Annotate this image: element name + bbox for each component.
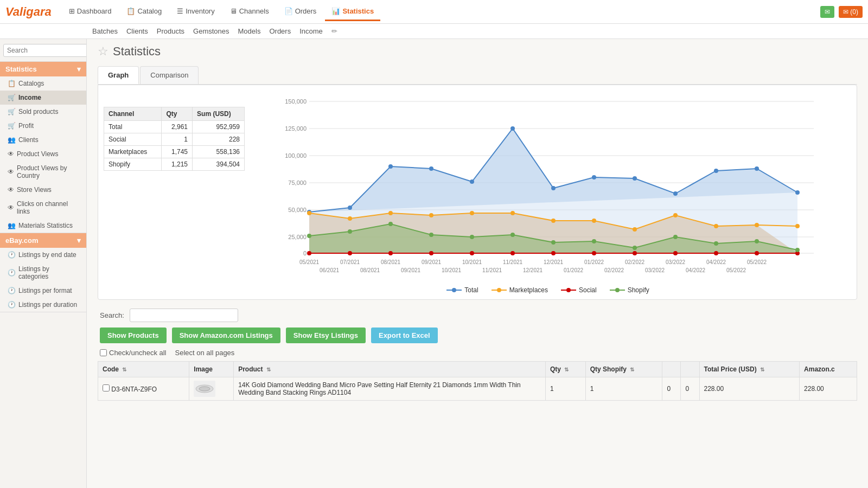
table-row: Social 1 228 [104,133,245,146]
sort-icon-qty[interactable]: ⇅ [564,367,569,373]
support-button[interactable]: ✉ [820,6,834,18]
table-row: Marketplaces 1,745 558,136 [104,146,245,158]
svg-text:07/2021: 07/2021 [340,259,360,265]
sidebar-item-sold-products[interactable]: 🛒 Sold products [0,105,86,119]
controls-row: Search: [98,309,857,322]
svg-point-58 [348,229,352,234]
sidebar: ◀ Statistics ▾ 📋 Catalogs 🛒 Income 🛒 Sol… [0,39,87,488]
chart-wrapper: Channel Qty Sum (USD) Total 2,961 952,95… [104,96,851,294]
svg-point-39 [633,227,637,232]
nav-statistics[interactable]: 📊 Statistics [325,3,380,21]
subnav-clients[interactable]: Clients [126,27,148,35]
sort-icon-qty-shopify[interactable]: ⇅ [630,367,634,373]
sidebar-item-profit[interactable]: 🛒 Profit [0,119,86,133]
table-row: Total 2,961 952,959 [104,121,245,133]
export-excel-button[interactable]: Export to Excel [371,328,438,343]
svg-point-36 [510,211,515,215]
sort-icon-product[interactable]: ⇅ [266,367,271,373]
svg-text:25,000: 25,000 [288,234,307,240]
sidebar-item-listings-duration[interactable]: 🕐 Listings per duration [0,298,86,312]
svg-point-48 [470,251,474,255]
nav-catalog[interactable]: 📋 Catalog [120,3,168,21]
svg-point-94 [452,288,456,292]
sort-icon-price[interactable]: ⇅ [760,367,764,373]
th-col6 [662,362,681,377]
sidebar-item-income[interactable]: 🛒 Income [0,91,86,105]
svg-point-55 [755,251,759,255]
sidebar-section-title-statistics[interactable]: Statistics ▾ [0,62,86,76]
dashboard-icon: ⊞ [69,7,75,15]
sold-icon: 🛒 [8,108,16,115]
nav-dashboard[interactable]: ⊞ Dashboard [62,3,118,21]
sidebar-item-listings-categories[interactable]: 🕐 Listings by categories [0,262,86,284]
subnav-models[interactable]: Models [238,27,261,35]
svg-point-50 [551,251,556,255]
sidebar-item-product-views-country[interactable]: 👁 Product Views by Country [0,161,86,183]
statistics-section-label: Statistics [5,65,37,73]
orders-icon: 📄 [284,7,293,15]
svg-point-33 [388,211,393,215]
th-product: Product ⇅ [234,362,546,377]
calendar-icon: 🕐 [8,251,16,259]
messages-button[interactable]: ✉ (0) [839,6,863,18]
sidebar-section-title-ebay[interactable]: eBay.com ▾ [0,233,86,248]
subnav-orders[interactable]: Orders [269,27,291,35]
tab-comparison[interactable]: Comparison [140,66,199,84]
search-input[interactable] [3,44,87,57]
tab-graph[interactable]: Graph [98,66,139,84]
svg-text:08/2021: 08/2021 [381,259,401,265]
sort-icon-code[interactable]: ⇅ [122,367,126,373]
nav-orders[interactable]: 📄 Orders [278,3,323,21]
sidebar-item-listings-end-date[interactable]: 🕐 Listings by end date [0,248,86,262]
svg-point-34 [429,213,433,217]
top-nav: Valigara ⊞ Dashboard 📋 Catalog ☰ Invento… [0,0,868,24]
sidebar-item-clients[interactable]: 👥 Clients [0,133,86,147]
show-amazon-listings-button[interactable]: Show Amazon.com Listings [172,328,280,343]
svg-point-19 [348,206,352,210]
check-all-label[interactable]: Check/uncheck all [100,349,167,357]
subnav-products[interactable]: Products [157,27,184,35]
ebay-section-label: eBay.com [5,236,38,245]
product-search-input[interactable] [130,309,238,322]
svg-point-62 [510,233,515,237]
table-row: D3-6NTA-Z9FO 14K Gold Diamond Wedding Ba… [98,377,857,401]
layout: ◀ Statistics ▾ 📋 Catalogs 🛒 Income 🛒 Sol… [0,39,868,488]
star-icon[interactable]: ☆ [98,44,108,59]
svg-point-35 [470,211,474,215]
subnav-gemstones[interactable]: Gemstones [193,27,229,35]
format-icon: 🕐 [8,287,16,294]
store-icon: 👁 [8,186,14,194]
svg-point-29 [755,166,759,171]
sidebar-item-catalogs[interactable]: 📋 Catalogs [0,76,86,91]
show-products-button[interactable]: Show Products [100,328,167,343]
sidebar-item-clicks[interactable]: 👁 Clicks on channel links [0,197,86,219]
subnav-batches[interactable]: Batches [92,27,118,35]
svg-text:09/2021: 09/2021 [401,267,421,273]
svg-text:04/2022: 04/2022 [686,267,706,273]
sidebar-item-materials[interactable]: 👥 Materials Statistics [0,219,86,233]
svg-text:0: 0 [303,250,307,256]
show-etsy-listings-button[interactable]: Show Etsy Listings [286,328,366,343]
check-all-checkbox[interactable] [100,349,107,356]
sidebar-item-product-views[interactable]: 👁 Product Views [0,147,86,161]
duration-icon: 🕐 [8,301,16,309]
sidebar-item-listings-format[interactable]: 🕐 Listings per format [0,284,86,298]
nav-channels[interactable]: 🖥 Channels [224,3,276,21]
sidebar-item-store-views[interactable]: 👁 Store Views [0,183,86,197]
svg-point-52 [633,251,637,255]
svg-text:06/2021: 06/2021 [320,267,340,273]
row-checkbox[interactable] [103,384,110,391]
svg-point-24 [551,186,556,190]
catalog-icon: 📋 [8,80,16,87]
svg-point-26 [633,176,637,181]
edit-icon[interactable]: ✏ [331,27,337,35]
subnav-income[interactable]: Income [299,27,323,35]
page-title: ☆ Statistics [98,44,857,59]
col-sum: Sum (USD) [193,107,245,121]
select-all-pages[interactable]: Select on all pages [175,349,235,357]
search-label: Search: [100,311,124,319]
svg-point-28 [714,169,718,173]
nav-inventory[interactable]: ☰ Inventory [170,3,221,21]
svg-point-59 [388,222,393,226]
country-icon: 👁 [8,168,14,176]
